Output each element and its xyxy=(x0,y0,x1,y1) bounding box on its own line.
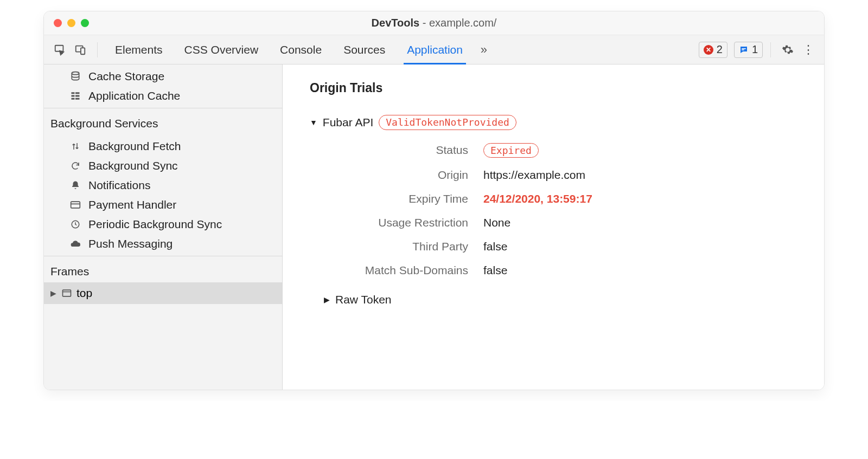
svg-rect-8 xyxy=(72,95,75,97)
svg-rect-7 xyxy=(75,92,80,94)
tab-application[interactable]: Application xyxy=(397,35,473,64)
sidebar-item-label: Periodic Background Sync xyxy=(88,218,222,231)
status-pill: Expired xyxy=(483,143,539,158)
usage-restriction-label: Usage Restriction xyxy=(321,216,483,229)
svg-rect-4 xyxy=(742,49,744,50)
sidebar-item-notifications[interactable]: Notifications xyxy=(44,176,282,195)
title-app: DevTools xyxy=(372,17,420,29)
message-count-badge[interactable]: 1 xyxy=(734,42,763,58)
devtools-window: DevTools - example.com/ Elements CSS Ove… xyxy=(43,11,825,390)
svg-rect-11 xyxy=(75,98,80,100)
sidebar-item-label: Notifications xyxy=(88,179,150,192)
third-party-value: false xyxy=(483,240,507,253)
svg-rect-6 xyxy=(72,92,75,94)
sidebar-item-label: Background Sync xyxy=(88,159,178,172)
sidebar-item-cache-storage[interactable]: Cache Storage xyxy=(44,67,282,86)
main-panel: Origin Trials ▼ Fubar API ValidTokenNotP… xyxy=(283,64,824,390)
third-party-label: Third Party xyxy=(321,240,483,253)
expand-caret-icon[interactable]: ▶ xyxy=(50,289,57,298)
settings-icon[interactable] xyxy=(778,41,797,59)
match-subdomains-value: false xyxy=(483,264,507,277)
clock-icon xyxy=(69,219,82,229)
minimize-window-button[interactable] xyxy=(67,19,75,27)
card-icon xyxy=(69,199,82,210)
window-controls xyxy=(44,19,89,27)
sidebar-item-payment-handler[interactable]: Payment Handler xyxy=(44,195,282,215)
expiry-label: Expiry Time xyxy=(321,192,483,205)
error-icon: ✕ xyxy=(704,45,713,55)
devtools-toolbar: Elements CSS Overview Console Sources Ap… xyxy=(44,35,824,64)
refresh-icon xyxy=(69,161,82,171)
close-window-button[interactable] xyxy=(54,19,62,27)
updown-arrows-icon xyxy=(69,141,82,151)
sidebar-item-push-messaging[interactable]: Push Messaging xyxy=(44,234,282,254)
status-label: Status xyxy=(321,144,483,157)
database-icon xyxy=(69,71,82,82)
status-value: Expired xyxy=(483,143,539,158)
sidebar-item-background-fetch[interactable]: Background Fetch xyxy=(44,137,282,156)
error-count-badge[interactable]: ✕ 2 xyxy=(699,42,727,58)
section-title: Origin Trials xyxy=(310,81,797,95)
caret-right-icon: ▶ xyxy=(324,295,330,304)
raw-token-label: Raw Token xyxy=(335,293,392,306)
title-url: example.com/ xyxy=(429,17,497,29)
inspect-element-icon[interactable] xyxy=(50,41,69,59)
sidebar-header-background-services: Background Services xyxy=(44,108,282,134)
token-status-pill: ValidTokenNotProvided xyxy=(379,115,516,130)
toolbar-divider xyxy=(770,42,771,57)
kebab-menu-icon[interactable]: ⋮ xyxy=(799,41,818,59)
grid-icon xyxy=(69,91,82,101)
svg-point-5 xyxy=(72,72,79,75)
sidebar-item-label: Cache Storage xyxy=(88,70,164,83)
trial-details: Status Expired Origin https://example.co… xyxy=(321,143,797,277)
tab-console[interactable]: Console xyxy=(270,35,331,64)
sidebar-item-label: Payment Handler xyxy=(88,198,176,211)
tab-sources[interactable]: Sources xyxy=(334,35,395,64)
message-icon xyxy=(739,45,749,55)
tab-css-overview[interactable]: CSS Overview xyxy=(175,35,269,64)
raw-token-row[interactable]: ▶ Raw Token xyxy=(324,293,797,306)
trial-name: Fubar API xyxy=(323,116,373,129)
maximize-window-button[interactable] xyxy=(81,19,89,27)
svg-rect-2 xyxy=(81,48,85,54)
svg-rect-9 xyxy=(75,95,80,97)
toolbar-divider xyxy=(97,42,98,57)
sidebar-item-application-cache[interactable]: Application Cache xyxy=(44,86,282,106)
device-toolbar-icon[interactable] xyxy=(71,41,90,59)
sidebar-item-periodic-background-sync[interactable]: Periodic Background Sync xyxy=(44,215,282,234)
sidebar-item-background-sync[interactable]: Background Sync xyxy=(44,156,282,176)
frame-icon xyxy=(61,288,72,299)
more-tabs-icon[interactable]: » xyxy=(475,41,493,59)
expiry-value: 24/12/2020, 13:59:17 xyxy=(483,192,592,205)
match-subdomains-label: Match Sub-Domains xyxy=(321,264,483,277)
caret-down-icon: ▼ xyxy=(310,118,317,127)
bell-icon xyxy=(69,180,82,190)
svg-rect-10 xyxy=(72,98,75,100)
sidebar-item-label: Application Cache xyxy=(88,89,180,102)
application-sidebar: Cache Storage Application Cache Backgrou… xyxy=(44,64,283,390)
sidebar-item-frame-top[interactable]: ▶ top xyxy=(44,282,282,304)
svg-rect-3 xyxy=(742,48,746,49)
origin-label: Origin xyxy=(321,169,483,182)
sidebar-item-label: Background Fetch xyxy=(88,140,181,153)
cloud-icon xyxy=(69,238,82,249)
origin-trial-row[interactable]: ▼ Fubar API ValidTokenNotProvided xyxy=(310,115,797,130)
frame-label: top xyxy=(76,287,92,300)
svg-rect-12 xyxy=(71,202,80,208)
sidebar-item-label: Push Messaging xyxy=(88,237,173,250)
svg-rect-15 xyxy=(63,290,71,296)
window-titlebar: DevTools - example.com/ xyxy=(44,11,824,35)
usage-restriction-value: None xyxy=(483,216,510,229)
window-title: DevTools - example.com/ xyxy=(44,17,824,29)
sidebar-header-frames: Frames xyxy=(44,256,282,282)
error-count: 2 xyxy=(717,43,723,56)
message-count: 1 xyxy=(752,43,758,56)
origin-value: https://example.com xyxy=(483,169,585,182)
tab-elements[interactable]: Elements xyxy=(105,35,173,64)
